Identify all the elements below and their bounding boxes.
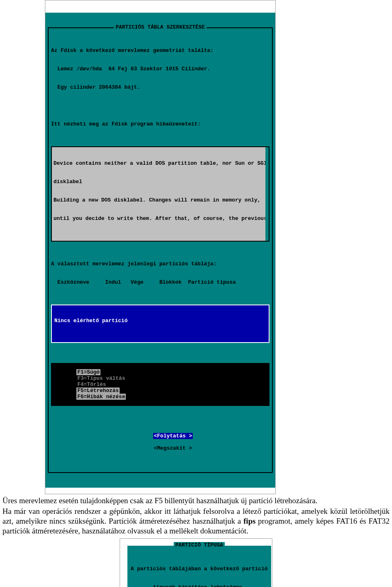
window-title: PARTICIÓS TÁBLA SZERKESZTÉSE xyxy=(114,24,206,30)
blank-line xyxy=(51,103,270,109)
geom-line-1: Az Fdisk a következő merevlemez geometri… xyxy=(51,47,270,54)
msg-2: disklabel xyxy=(53,179,267,185)
dlg-line-2: típusok készítése lehetséges. xyxy=(131,584,267,587)
fdisk-main-window: PARTICIÓS TÁBLA SZERKESZTÉSE Az Fdisk a … xyxy=(45,0,276,494)
msg-intro: Itt nézheti meg az Fdisk program hibaüze… xyxy=(51,121,270,127)
f3-type: F3=Típus váltás xyxy=(76,375,126,381)
msg-1: Device contains neither a valid DOS part… xyxy=(53,160,267,166)
continue-button[interactable]: <Folytatás > xyxy=(153,433,193,439)
scrollbar[interactable] xyxy=(265,147,269,241)
f6-errors[interactable]: F6=Hibák nézése xyxy=(76,394,126,400)
list-item[interactable]: Nincs elérhető partíció xyxy=(52,318,269,324)
f1-help[interactable]: F1=Súgó xyxy=(76,369,100,375)
dlg-line-1: A partíciós táblájában a következő partí… xyxy=(131,566,267,572)
geom-line-2: Lemez /dev/hda 64 Fej 63 Szektor 1015 Ci… xyxy=(51,66,270,72)
geom-line-3: Egy cilinder 2064384 bájt. xyxy=(51,84,270,90)
paragraph-1: Üres merevlemez esetén tulajdonképpen cs… xyxy=(2,496,390,506)
function-key-bar: F1=Súgó F3=Típus váltás F4=Törlés F5=Lét… xyxy=(51,363,270,406)
table-header-1: A választott merevlemez jelenlegi partíc… xyxy=(51,261,270,267)
fdisk-message-box: Device contains neither a valid DOS part… xyxy=(51,146,270,242)
f4-delete: F4=Törlés xyxy=(76,381,107,388)
msg-4: until you decide to write them. After th… xyxy=(53,215,267,222)
table-header-2: Eszközneve Indul Vége Blokkok Partíció t… xyxy=(51,279,270,285)
button-row: <Folytatás > <Megszakít > xyxy=(51,425,270,459)
partition-list[interactable]: Nincs elérhető partíció xyxy=(51,305,270,343)
msg-3: Building a new DOS disklabel. Changes wi… xyxy=(53,197,267,203)
f5-create[interactable]: F5=Létrehozás xyxy=(76,388,119,394)
dialog-title: PARTICIÓ TÍPUSA xyxy=(174,542,225,548)
cancel-button[interactable]: <Megszakít > xyxy=(153,445,193,451)
paragraph-2: Ha már van operációs rendszer a gépünkön… xyxy=(2,506,390,536)
partition-type-dialog: PARTICIÓ TÍPUSA A partíciós táblájában a… xyxy=(127,545,272,587)
